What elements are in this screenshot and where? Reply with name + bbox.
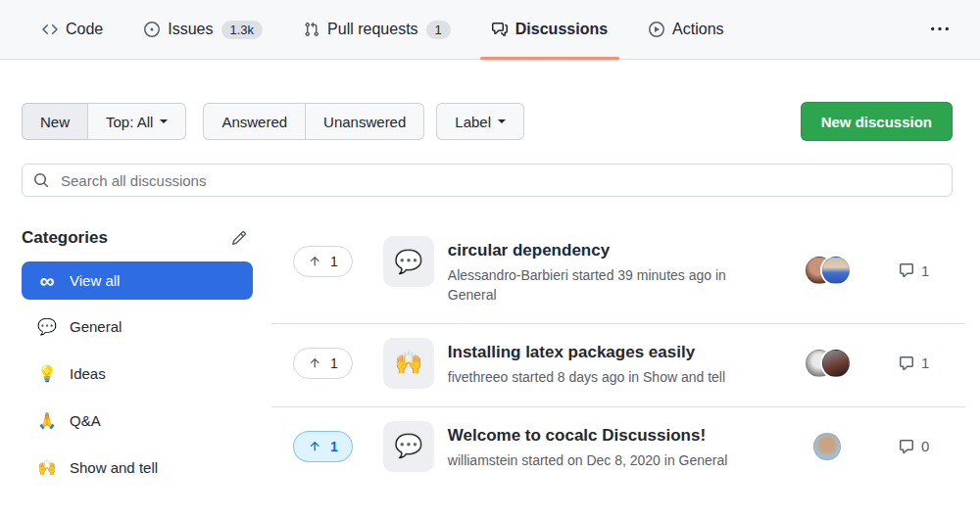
dropdown-caret-icon <box>160 119 168 127</box>
comment-count-value: 0 <box>921 438 929 454</box>
discussion-meta: fivethreeo started 8 days ago in Show an… <box>448 367 725 387</box>
participant-avatars <box>799 350 856 377</box>
answered-filter-label: Answered <box>221 114 287 130</box>
label-filter-label: Label <box>455 114 491 130</box>
discussion-row[interactable]: 1 💬 Welcome to cocalc Discussions! willi… <box>271 406 965 490</box>
comment-discussion-icon <box>492 22 508 37</box>
discussion-list: 1 💬 circular dependency Alessandro-Barbi… <box>271 222 965 490</box>
search-icon <box>33 172 49 188</box>
category-list: ∞ View all 💬 General 💡 Ideas 🙏 Q&A 🙌 Sho… <box>22 261 253 488</box>
light-bulb-icon: 💡 <box>37 364 57 383</box>
sort-segmented-group: New Top: All <box>22 103 186 140</box>
discussion-row[interactable]: 1 🙌 Installing latex packages easily fiv… <box>271 323 965 406</box>
avatar[interactable] <box>822 257 850 284</box>
pull-requests-count-badge: 1 <box>426 21 451 39</box>
discussion-title-link[interactable]: circular dependency <box>448 241 771 260</box>
category-label: Q&A <box>70 412 101 429</box>
dropdown-caret-icon <box>498 119 506 127</box>
folded-hands-icon: 🙏 <box>37 411 57 430</box>
arrow-up-icon <box>308 255 321 268</box>
avatar[interactable] <box>813 433 841 460</box>
participant-avatars <box>799 433 856 460</box>
top-filter-dropdown[interactable]: Top: All <box>87 103 186 140</box>
category-label: Ideas <box>70 365 106 382</box>
answered-segmented-group: Answered Unanswered <box>203 103 424 140</box>
speech-balloon-icon: 💬 <box>394 433 422 459</box>
git-pull-request-icon <box>304 22 319 37</box>
tab-discussions[interactable]: Discussions <box>482 0 617 59</box>
search-bar <box>22 164 953 197</box>
sidebar-item-qa[interactable]: 🙏 Q&A <box>22 401 253 441</box>
top-filter-label: Top: All <box>106 114 153 130</box>
upvote-button[interactable]: 1 <box>293 246 353 277</box>
discussion-text: Installing latex packages easily fivethr… <box>448 338 725 387</box>
arrow-up-icon <box>308 440 321 453</box>
unanswered-filter-button[interactable]: Unanswered <box>305 103 424 140</box>
tab-label: Issues <box>168 21 213 38</box>
tab-pull-requests[interactable]: Pull requests 1 <box>294 0 461 59</box>
overflow-menu-button[interactable] <box>923 0 956 59</box>
upvote-count: 1 <box>330 355 338 371</box>
new-filter-button[interactable]: New <box>22 103 88 140</box>
discussion-row-right: 1 <box>799 257 944 284</box>
comment-icon <box>899 262 914 278</box>
main-content: Categories ∞ View all 💬 General 💡 Ideas … <box>22 222 965 490</box>
kebab-horizontal-icon <box>931 21 949 38</box>
raising-hands-icon: 🙌 <box>394 350 422 376</box>
comment-count[interactable]: 1 <box>899 355 944 371</box>
label-filter-dropdown[interactable]: Label <box>436 103 524 140</box>
categories-header: Categories <box>22 228 247 248</box>
new-discussion-button[interactable]: New discussion <box>801 102 953 141</box>
edit-categories-button[interactable] <box>231 230 247 246</box>
tab-actions[interactable]: Actions <box>639 0 733 59</box>
discussion-text: Welcome to cocalc Discussions! williamst… <box>448 421 728 470</box>
tab-issues[interactable]: Issues 1.3k <box>134 0 272 59</box>
unanswered-filter-label: Unanswered <box>323 114 406 130</box>
discussion-title-link[interactable]: Welcome to cocalc Discussions! <box>448 426 728 446</box>
discussion-title-link[interactable]: Installing latex packages easily <box>448 343 725 362</box>
category-emoji-tile: 💬 <box>383 236 434 287</box>
comment-count[interactable]: 0 <box>899 438 944 454</box>
category-label: General <box>70 318 122 335</box>
infinity-icon: ∞ <box>37 274 57 288</box>
filter-toolbar: New Top: All Answered Unanswered Label N… <box>22 102 953 141</box>
category-label: View all <box>70 272 120 289</box>
sidebar-item-show-and-tell[interactable]: 🙌 Show and tell <box>22 448 253 488</box>
sidebar-item-view-all[interactable]: ∞ View all <box>22 261 253 300</box>
tab-label: Code <box>66 21 103 38</box>
speech-balloon-icon: 💬 <box>37 317 57 336</box>
discussion-row-right: 0 <box>799 433 944 460</box>
pencil-icon <box>231 230 247 246</box>
tab-label: Actions <box>672 21 723 38</box>
answered-filter-button[interactable]: Answered <box>203 103 306 140</box>
category-emoji-tile: 💬 <box>383 421 434 472</box>
search-input[interactable] <box>59 171 941 190</box>
tab-code[interactable]: Code <box>32 0 113 59</box>
play-icon <box>649 22 664 37</box>
upvote-button[interactable]: 1 <box>293 348 353 379</box>
discussion-text: circular dependency Alessandro-Barbieri … <box>448 236 771 306</box>
new-discussion-label: New discussion <box>821 114 932 130</box>
comment-icon <box>899 439 914 454</box>
code-icon <box>42 22 58 37</box>
repo-tabs: Code Issues 1.3k Pull requests 1 Discuss… <box>32 0 923 59</box>
speech-balloon-icon: 💬 <box>394 249 422 275</box>
discussion-meta: Alessandro-Barbieri started 39 minutes a… <box>448 265 771 306</box>
comment-count-value: 1 <box>921 355 929 371</box>
comment-icon <box>899 355 914 371</box>
upvote-count: 1 <box>330 254 338 269</box>
issues-count-badge: 1.3k <box>221 21 264 39</box>
categories-title: Categories <box>22 228 108 248</box>
avatar[interactable] <box>822 350 850 377</box>
discussion-row[interactable]: 1 💬 circular dependency Alessandro-Barbi… <box>271 222 965 323</box>
new-filter-label: New <box>40 114 70 130</box>
sidebar-item-ideas[interactable]: 💡 Ideas <box>22 354 253 394</box>
sidebar-item-general[interactable]: 💬 General <box>22 307 253 347</box>
issue-opened-icon <box>144 22 160 37</box>
repo-tab-bar: Code Issues 1.3k Pull requests 1 Discuss… <box>0 0 980 60</box>
category-emoji-tile: 🙌 <box>383 338 434 389</box>
upvote-button[interactable]: 1 <box>293 431 353 462</box>
arrow-up-icon <box>308 356 321 370</box>
comment-count[interactable]: 1 <box>899 262 944 279</box>
tab-label: Pull requests <box>327 21 418 38</box>
